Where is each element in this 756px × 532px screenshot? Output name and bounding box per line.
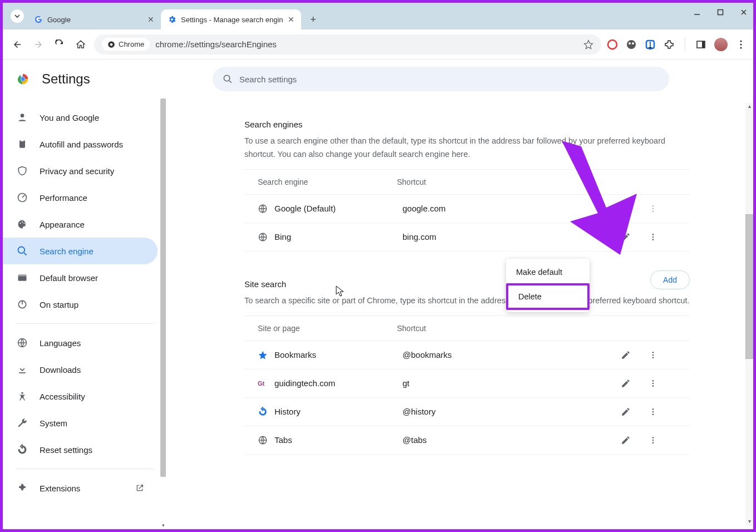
wrench-icon — [16, 417, 28, 428]
edit-button[interactable] — [621, 407, 649, 417]
svg-point-23 — [20, 223, 21, 224]
tab-google[interactable]: Google ✕ — [27, 9, 161, 29]
profile-avatar[interactable] — [714, 38, 728, 51]
svg-rect-1 — [718, 10, 723, 15]
sidebar-item-privacy[interactable]: Privacy and security — [3, 157, 158, 184]
sidebar-item-extensions[interactable]: Extensions — [3, 475, 158, 501]
more-actions-button[interactable] — [649, 379, 676, 388]
site-search-sub: To search a specific site or part of Chr… — [244, 294, 690, 316]
svg-point-48 — [652, 413, 654, 415]
reload-button[interactable] — [52, 37, 67, 52]
more-actions-button[interactable] — [649, 407, 676, 416]
sidebar-item-system[interactable]: System — [3, 410, 158, 436]
ext-icon-2[interactable] — [626, 39, 637, 50]
close-tab-icon[interactable]: ✕ — [288, 15, 294, 24]
sidebar-item-you-and-google[interactable]: You and Google — [3, 104, 158, 131]
search-engines-heading: Search engines — [244, 114, 690, 135]
sidebar-item-languages[interactable]: Languages — [3, 329, 158, 356]
shield-icon — [16, 165, 28, 176]
more-actions-button[interactable] — [649, 204, 676, 213]
sidebar-item-appearance[interactable]: Appearance — [3, 211, 158, 238]
add-site-button[interactable]: Add — [650, 270, 690, 289]
google-favicon-icon — [34, 15, 43, 24]
more-actions-button[interactable] — [649, 436, 676, 445]
security-chip[interactable]: Chrome — [102, 38, 150, 51]
omnibox[interactable]: Chrome chrome://settings/searchEngines — [94, 35, 601, 55]
new-tab-button[interactable]: + — [306, 12, 321, 27]
svg-point-24 — [22, 221, 23, 223]
sidebar-item-downloads[interactable]: Downloads — [3, 356, 158, 383]
svg-point-37 — [652, 234, 654, 235]
browser-icon — [16, 272, 28, 283]
globe-icon — [16, 337, 28, 348]
sidepanel-icon[interactable] — [695, 39, 706, 50]
col-search-engine: Search engine — [258, 178, 397, 186]
close-tab-icon[interactable]: ✕ — [148, 15, 154, 24]
svg-point-31 — [21, 392, 23, 394]
settings-title: Settings — [42, 71, 90, 87]
person-icon — [16, 112, 28, 123]
sidebar-item-accessibility[interactable]: Accessibility — [3, 383, 158, 410]
home-button[interactable] — [73, 37, 89, 52]
bookmark-star-icon[interactable] — [583, 40, 593, 50]
site-row: Gt guidingtech.com gt — [244, 370, 690, 398]
ctx-make-default[interactable]: Make default — [506, 261, 590, 283]
edit-button[interactable] — [621, 435, 649, 445]
minimize-button[interactable] — [693, 8, 701, 16]
search-icon — [16, 245, 28, 257]
svg-point-34 — [652, 208, 654, 210]
globe-icon — [258, 204, 269, 214]
svg-point-19 — [21, 114, 24, 117]
globe-icon — [258, 232, 269, 242]
more-actions-button[interactable] — [649, 233, 676, 242]
svg-point-42 — [652, 357, 654, 358]
back-button[interactable] — [9, 37, 25, 52]
forward-button[interactable] — [31, 37, 46, 52]
ctx-delete[interactable]: Delete — [506, 283, 590, 310]
svg-point-35 — [652, 210, 654, 212]
clipboard-icon — [16, 139, 28, 150]
svg-point-11 — [740, 40, 742, 42]
maximize-button[interactable] — [716, 8, 724, 16]
svg-point-5 — [627, 40, 636, 49]
search-settings-input[interactable]: Search settings — [213, 67, 669, 91]
ext-icon-1[interactable] — [607, 39, 618, 50]
sidebar-item-on-startup[interactable]: On startup — [3, 291, 158, 318]
sidebar-item-search-engine[interactable]: Search engine — [3, 238, 158, 264]
svg-point-26 — [18, 247, 25, 254]
svg-point-47 — [652, 411, 654, 412]
site-row: Tabs @tabs — [244, 426, 690, 455]
edit-button[interactable] — [621, 232, 649, 242]
chrome-menu-icon[interactable] — [735, 39, 747, 50]
tabs-dropdown[interactable] — [11, 9, 24, 23]
site-favicon-icon: Gt — [258, 380, 269, 387]
ext-icon-3[interactable] — [645, 39, 656, 50]
sidebar-item-reset[interactable]: Reset settings — [3, 436, 158, 463]
more-actions-button[interactable] — [649, 351, 676, 359]
settings-header: Settings Search settings — [3, 60, 753, 98]
sidebar-item-performance[interactable]: Performance — [3, 184, 158, 211]
browser-toolbar: Chrome chrome://settings/searchEngines — [3, 29, 753, 60]
svg-rect-28 — [18, 274, 27, 276]
site-row: History @history — [244, 398, 690, 426]
extensions-puzzle-icon[interactable] — [664, 39, 675, 50]
tab-settings[interactable]: Settings - Manage search engin ✕ — [161, 9, 301, 29]
svg-rect-21 — [21, 140, 24, 141]
context-menu: Make default Delete — [506, 259, 590, 312]
svg-point-17 — [21, 77, 24, 81]
svg-point-43 — [652, 380, 654, 382]
edit-button[interactable] — [621, 378, 649, 388]
edit-button[interactable] — [621, 350, 649, 360]
tab-title: Settings - Manage search engin — [181, 16, 283, 24]
page-scrollbar[interactable]: ▴ ▾ — [745, 103, 753, 526]
close-window-button[interactable] — [740, 8, 748, 16]
sidebar-item-autofill[interactable]: Autofill and passwords — [3, 131, 158, 157]
sidebar-item-default-browser[interactable]: Default browser — [3, 264, 158, 291]
accessibility-icon — [16, 391, 28, 402]
svg-rect-10 — [702, 41, 705, 48]
star-icon — [258, 350, 269, 360]
svg-point-52 — [652, 442, 654, 444]
puzzle-icon — [16, 482, 28, 494]
svg-point-13 — [740, 47, 742, 48]
mouse-cursor-icon — [336, 285, 345, 297]
